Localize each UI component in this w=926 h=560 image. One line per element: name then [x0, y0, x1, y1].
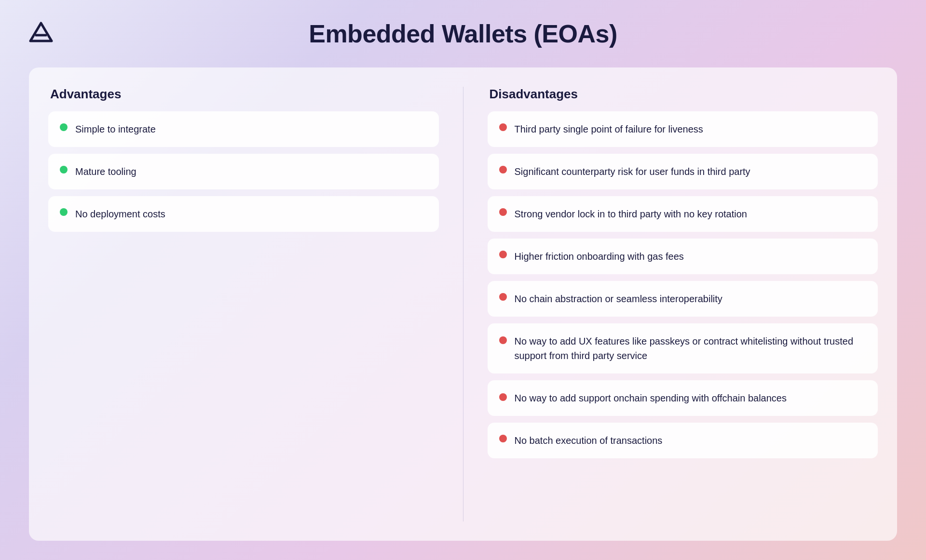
red-dot	[499, 123, 507, 131]
disadvantage-item-8: No batch execution of transactions	[488, 423, 878, 458]
disadvantage-item-7: No way to add support onchain spending w…	[488, 380, 878, 416]
logo	[29, 21, 53, 47]
page-header: Embedded Wallets (EOAs)	[29, 19, 897, 48]
column-separator	[463, 87, 463, 521]
disadvantage-item-6: No way to add UX features like passkeys …	[488, 323, 878, 373]
green-dot	[60, 166, 68, 173]
advantage-text-1: Simple to integrate	[75, 122, 156, 136]
svg-marker-0	[30, 23, 52, 41]
disadvantages-heading: Disadvantages	[488, 87, 878, 102]
disadvantage-text-6: No way to add UX features like passkeys …	[515, 334, 867, 363]
advantage-text-3: No deployment costs	[75, 207, 165, 221]
red-dot	[499, 166, 507, 173]
red-dot	[499, 435, 507, 442]
advantage-item-1: Simple to integrate	[48, 111, 439, 147]
red-dot	[499, 208, 507, 216]
advantage-item-3: No deployment costs	[48, 196, 439, 232]
disadvantage-text-8: No batch execution of transactions	[515, 433, 663, 448]
disadvantage-text-1: Third party single point of failure for …	[515, 122, 703, 136]
advantage-item-2: Mature tooling	[48, 154, 439, 189]
disadvantage-item-4: Higher friction onboarding with gas fees	[488, 239, 878, 274]
red-dot	[499, 393, 507, 401]
green-dot	[60, 123, 68, 131]
disadvantage-text-5: No chain abstraction or seamless interop…	[515, 292, 722, 306]
disadvantage-item-1: Third party single point of failure for …	[488, 111, 878, 147]
advantages-heading: Advantages	[48, 87, 439, 102]
advantages-column: Advantages Simple to integrate Mature to…	[48, 87, 439, 521]
disadvantage-item-5: No chain abstraction or seamless interop…	[488, 281, 878, 317]
red-dot	[499, 336, 507, 344]
disadvantage-text-4: Higher friction onboarding with gas fees	[515, 249, 684, 264]
main-card: Advantages Simple to integrate Mature to…	[29, 67, 897, 541]
green-dot	[60, 208, 68, 216]
disadvantage-text-3: Strong vendor lock in to third party wit…	[515, 207, 747, 221]
disadvantage-text-7: No way to add support onchain spending w…	[515, 391, 787, 405]
page-title: Embedded Wallets (EOAs)	[29, 19, 897, 48]
advantage-text-2: Mature tooling	[75, 164, 136, 179]
disadvantage-item-3: Strong vendor lock in to third party wit…	[488, 196, 878, 232]
disadvantage-item-2: Significant counterparty risk for user f…	[488, 154, 878, 189]
disadvantages-column: Disadvantages Third party single point o…	[488, 87, 878, 521]
red-dot	[499, 293, 507, 301]
red-dot	[499, 251, 507, 258]
disadvantage-text-2: Significant counterparty risk for user f…	[515, 164, 750, 179]
